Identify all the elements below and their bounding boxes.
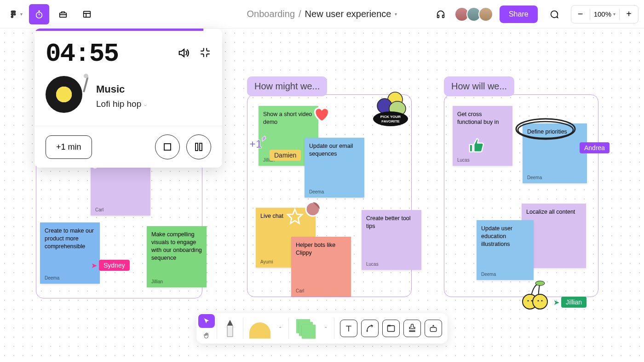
volume-button[interactable]: [177, 47, 190, 61]
circle-shape-icon: [249, 322, 270, 339]
svg-point-22: [84, 74, 88, 78]
stop-button[interactable]: [155, 134, 180, 159]
volume-icon: [177, 47, 190, 59]
section-tool[interactable]: [382, 320, 400, 337]
svg-point-21: [541, 300, 543, 302]
sticky-note[interactable]: Get cross functional buy in Lucas: [453, 106, 512, 166]
headphones-button[interactable]: [431, 4, 451, 24]
sticky-note[interactable]: Update user education illustrations Deem…: [477, 220, 534, 280]
pick-favorite-sticker[interactable]: PICK YOUR FAVORITE: [370, 87, 411, 130]
hand-tool[interactable]: [198, 329, 215, 343]
music-heading: Music: [96, 83, 147, 95]
avatar[interactable]: [478, 7, 493, 22]
sticky-note-tool[interactable]: [292, 318, 319, 339]
chevron-down-icon: ▾: [20, 12, 23, 17]
board-label[interactable]: How will we...: [444, 76, 514, 96]
music-genre-select[interactable]: Lofi hip hop ⌵: [96, 99, 147, 109]
pencil-tool[interactable]: [220, 318, 240, 339]
text-icon: [344, 324, 353, 333]
stamp-tool[interactable]: [403, 320, 421, 337]
plus-one-sticker[interactable]: +1: [247, 134, 270, 154]
voting-tool-button[interactable]: [53, 4, 73, 24]
cursor-damien: Damien: [268, 150, 301, 161]
chevron-down-icon: ⌵: [144, 102, 147, 107]
svg-point-19: [531, 300, 533, 302]
thumbs-up-sticker[interactable]: [467, 137, 485, 157]
breadcrumb-separator: /: [299, 9, 301, 19]
timer-panel: 04:55 Music Lofi hip hop ⌵ +1 min: [34, 29, 222, 168]
svg-point-12: [373, 111, 408, 126]
sticky-stack-icon: [295, 318, 316, 339]
comment-icon: [549, 9, 559, 19]
board-right[interactable]: How will we... Get cross functional buy …: [444, 94, 598, 297]
timer-tool-button[interactable]: [29, 4, 49, 24]
svg-rect-24: [196, 143, 198, 151]
cherry-sticker[interactable]: [517, 280, 552, 314]
svg-point-17: [533, 294, 547, 309]
figma-logo-icon: [8, 9, 18, 19]
zoom-out-button[interactable]: −: [571, 6, 590, 23]
figma-logo-menu[interactable]: ▾: [6, 6, 25, 22]
breadcrumb[interactable]: Onboarding / New user experience ▾: [247, 9, 397, 19]
coin-sticker[interactable]: [305, 201, 321, 219]
text-tool[interactable]: [340, 320, 357, 337]
sticky-note[interactable]: Create better tool tips Lucas: [362, 210, 421, 270]
select-tool[interactable]: [198, 314, 215, 328]
sticky-note[interactable]: Helper bots like Clippy Carl: [291, 237, 351, 297]
svg-rect-1: [60, 13, 67, 17]
svg-rect-28: [388, 325, 391, 327]
sticky-expand[interactable]: ⌃: [320, 318, 331, 339]
more-tools[interactable]: [425, 320, 442, 337]
svg-point-15: [535, 281, 545, 286]
svg-text:+1: +1: [249, 138, 262, 150]
toolbox-icon: [58, 9, 68, 19]
stop-icon: [164, 143, 171, 151]
comments-button[interactable]: [544, 4, 564, 24]
minimize-button[interactable]: [199, 47, 211, 61]
pencil-icon: [224, 318, 236, 339]
zoom-value-dropdown[interactable]: 100%▾: [590, 10, 619, 18]
shape-expand[interactable]: ⌃: [275, 318, 286, 339]
svg-rect-23: [164, 144, 171, 150]
shape-tool[interactable]: [246, 318, 274, 339]
add-minute-button[interactable]: +1 min: [46, 135, 92, 159]
zoom-in-button[interactable]: +: [620, 6, 638, 23]
scribble-circle[interactable]: [513, 116, 578, 144]
cursor-icon: ➤: [553, 298, 559, 307]
headphones-icon: [436, 9, 446, 19]
pause-icon: [195, 143, 202, 151]
share-button[interactable]: Share: [500, 6, 538, 23]
svg-rect-3: [437, 15, 439, 18]
pointer-icon: [203, 317, 210, 325]
svg-text:PICK YOUR: PICK YOUR: [380, 115, 401, 119]
cursor-andrea: Andrea: [578, 142, 610, 153]
stamp-icon: [408, 324, 417, 333]
layout-icon: [82, 9, 92, 19]
svg-rect-4: [443, 15, 444, 18]
breadcrumb-current[interactable]: New user experience: [305, 9, 391, 19]
bottom-toolbar: ⌃ ⌃: [196, 313, 448, 344]
pause-button[interactable]: [186, 134, 211, 159]
svg-rect-2: [84, 11, 91, 17]
star-sticker[interactable]: [285, 208, 305, 229]
collaborator-avatars[interactable]: [457, 7, 493, 22]
section-icon: [386, 324, 396, 333]
svg-point-8: [518, 122, 573, 138]
stopwatch-icon: [34, 9, 44, 19]
connector-tool[interactable]: [361, 320, 379, 337]
topbar-right: Share − 100%▾ +: [431, 4, 638, 24]
sticky-note[interactable]: Create to make our product more comprehe…: [40, 222, 100, 284]
minimize-icon: [199, 47, 211, 58]
widgets-icon: [429, 324, 438, 333]
sticky-note[interactable]: Make compelling visuals to engage with o…: [147, 226, 207, 287]
vinyl-record: [46, 76, 86, 117]
board-label[interactable]: How might we...: [247, 76, 327, 96]
chevron-down-icon[interactable]: ▾: [395, 12, 397, 17]
heart-sticker[interactable]: [312, 105, 330, 125]
sticky-note[interactable]: Update our email sequences Deema: [305, 138, 364, 198]
svg-rect-29: [430, 327, 436, 331]
timer-display: 04:55: [46, 39, 170, 69]
layout-tool-button[interactable]: [77, 4, 97, 24]
cursor-sydney: ➤ Sydney: [91, 260, 130, 271]
breadcrumb-parent[interactable]: Onboarding: [247, 9, 295, 19]
